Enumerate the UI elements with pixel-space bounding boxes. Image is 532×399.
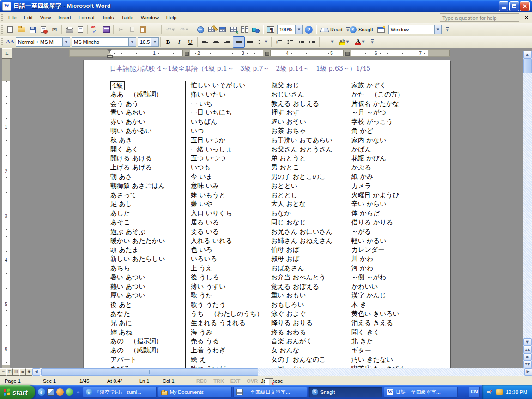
- styles-and-formatting-button[interactable]: AA: [5, 37, 16, 47]
- format-painter-button[interactable]: [149, 24, 160, 35]
- taskbar-window-button[interactable]: My Documents: [158, 387, 232, 398]
- hyperlink-button[interactable]: [195, 24, 206, 35]
- insert-table-button[interactable]: [217, 24, 228, 35]
- left-indent-marker[interactable]: [107, 55, 113, 58]
- cut-button[interactable]: ✂: [115, 24, 127, 35]
- line-spacing-button[interactable]: ▼: [256, 37, 270, 47]
- snagit-profile-combo[interactable]: Window ▼: [388, 25, 442, 34]
- quick-launch-chevron-icon[interactable]: »: [76, 389, 81, 395]
- insert-excel-button[interactable]: X: [228, 24, 239, 35]
- font-size-combo[interactable]: 10.5 ▼: [138, 37, 159, 47]
- permission-button[interactable]: [38, 24, 49, 35]
- underline-button[interactable]: U: [185, 37, 196, 47]
- status-mode-ext[interactable]: EXT: [230, 378, 240, 384]
- taskbar-window-button[interactable]: W日語一至四級單字...: [384, 387, 458, 398]
- vertical-scroll-thumb[interactable]: [523, 59, 532, 73]
- media-player-icon[interactable]: [56, 388, 64, 396]
- toolbar-options-button[interactable]: ▼: [445, 25, 450, 34]
- status-mode-trk[interactable]: TRK: [213, 378, 224, 384]
- drawing-button[interactable]: [250, 24, 261, 35]
- align-right-button[interactable]: [222, 37, 233, 47]
- select-browse-object-button[interactable]: ●: [523, 353, 532, 361]
- scroll-left-button[interactable]: ◀: [32, 368, 40, 376]
- read-mode-button[interactable]: Read: [318, 26, 345, 33]
- scroll-right-button[interactable]: ▶: [524, 368, 532, 376]
- normal-view-button[interactable]: ≡: [0, 368, 6, 376]
- snagit-button[interactable]: S SnagIt: [347, 25, 375, 34]
- taskbar-window-button[interactable]: e『澄空学园』 sumi...: [83, 387, 157, 398]
- status-mode-rec[interactable]: REC: [196, 378, 207, 384]
- volume-muted-icon[interactable]: [487, 389, 494, 395]
- save-button[interactable]: [27, 24, 38, 35]
- previous-page-button[interactable]: ▲▲: [523, 346, 532, 353]
- increase-indent-button[interactable]: [307, 37, 318, 47]
- toolbar-grip[interactable]: [1, 14, 3, 22]
- copy-button[interactable]: [127, 24, 138, 35]
- scroll-down-button[interactable]: ▼: [523, 338, 532, 346]
- mail-button[interactable]: ✉: [49, 24, 60, 35]
- taskbar-window-button[interactable]: 一至四級日文單字...: [233, 387, 307, 398]
- column-marker[interactable]: [345, 52, 350, 56]
- status-mode-ovr[interactable]: OVR: [247, 378, 258, 384]
- document-close-icon[interactable]: ×: [523, 14, 530, 21]
- restore-button[interactable]: [509, 1, 519, 11]
- first-line-indent-marker[interactable]: [107, 49, 112, 52]
- research-button[interactable]: [101, 24, 112, 35]
- style-combo[interactable]: Normal + MS M ▼: [16, 37, 70, 47]
- help-question-box[interactable]: Type a question for help: [440, 13, 519, 22]
- menu-view[interactable]: View: [36, 13, 55, 22]
- messenger-icon[interactable]: [66, 388, 73, 396]
- snagit-capture-button[interactable]: [375, 24, 387, 35]
- column-marker[interactable]: [265, 52, 269, 56]
- menu-help[interactable]: Help: [163, 13, 181, 22]
- horizontal-scroll-track[interactable]: [40, 368, 524, 376]
- menu-table[interactable]: Table: [117, 13, 137, 22]
- start-button[interactable]: start: [0, 385, 35, 399]
- spelling-button[interactable]: ab✓: [90, 24, 101, 35]
- document-page[interactable]: 日本語能力試験 4～1級全単語（4級 p.1～ 3級 p.7～ 2級 p.14～…: [83, 60, 450, 368]
- word-app-icon[interactable]: W: [2, 2, 11, 11]
- help-button[interactable]: ?: [305, 26, 313, 34]
- reading-layout-view-button[interactable]: ◉: [26, 368, 32, 376]
- undo-button[interactable]: ↶▼: [163, 24, 177, 35]
- web-layout-view-button[interactable]: ◫: [6, 368, 13, 376]
- zoom-combo[interactable]: 100% ▼: [277, 25, 303, 34]
- tray-app-icon[interactable]: [496, 389, 503, 395]
- bold-button[interactable]: B: [163, 37, 174, 47]
- taskbar-window-button[interactable]: SSnagIt: [308, 387, 382, 398]
- next-page-button[interactable]: ▼▼: [523, 361, 532, 368]
- vertical-scrollbar[interactable]: ▲ ▼ ▲▲ ● ▼▼: [523, 51, 532, 368]
- print-button[interactable]: [64, 24, 75, 35]
- decrease-indent-button[interactable]: [296, 37, 307, 47]
- menu-file[interactable]: File: [5, 13, 20, 22]
- toolbar-grip[interactable]: [1, 38, 3, 46]
- outline-view-button[interactable]: ☰: [19, 368, 26, 376]
- close-button[interactable]: ×: [520, 1, 530, 11]
- numbered-list-button[interactable]: 12: [273, 37, 284, 47]
- ie-icon[interactable]: e: [38, 388, 45, 396]
- minimize-button[interactable]: [499, 1, 508, 11]
- bulleted-list-button[interactable]: [284, 37, 296, 47]
- spelling-status-icon[interactable]: [265, 378, 273, 385]
- highlight-button[interactable]: ab ▼: [336, 37, 352, 47]
- open-button[interactable]: [16, 24, 27, 35]
- print-layout-view-button[interactable]: ▤: [13, 368, 19, 376]
- menu-format[interactable]: Format: [75, 13, 98, 22]
- justify-button[interactable]: [233, 36, 245, 48]
- tab-selector-button[interactable]: L: [2, 48, 12, 59]
- font-color-button[interactable]: A ▼: [352, 37, 368, 47]
- redo-button[interactable]: ↷▼: [177, 24, 191, 35]
- paste-button[interactable]: [138, 24, 149, 35]
- horizontal-scroll-thumb[interactable]: [41, 368, 258, 376]
- distributed-button[interactable]: [245, 37, 256, 47]
- font-combo[interactable]: MS Mincho ▼: [72, 37, 136, 47]
- print-preview-button[interactable]: [75, 24, 86, 35]
- menu-window[interactable]: Window: [137, 13, 163, 22]
- language-bar-button[interactable]: EN: [469, 387, 480, 398]
- tables-borders-button[interactable]: [206, 24, 217, 35]
- columns-button[interactable]: [239, 24, 250, 35]
- italic-button[interactable]: I: [174, 37, 185, 47]
- new-document-button[interactable]: [5, 24, 16, 35]
- toolbar-options-button[interactable]: ▼: [369, 37, 375, 47]
- menu-edit[interactable]: Edit: [20, 13, 36, 22]
